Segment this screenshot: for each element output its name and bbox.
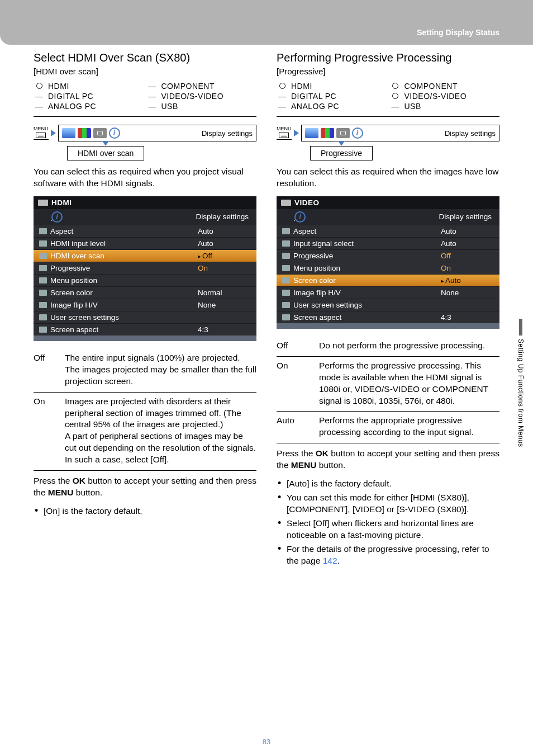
right-definitions: OffDo not perform the progressive proces… xyxy=(277,337,499,443)
bullet-item: [Auto] is the factory default. xyxy=(277,478,499,490)
left-column: Select HDMI Over Scan (SX80) [HDMI over … xyxy=(34,51,256,728)
row-icon xyxy=(282,302,290,308)
osd-row: ProgressiveOn xyxy=(34,262,256,274)
mark-videos xyxy=(147,92,158,101)
osd-row: HDMI over scanOff xyxy=(34,249,256,262)
menu-tabs: i Display settings xyxy=(301,125,500,141)
osd-row: AspectAuto xyxy=(34,225,256,237)
osd-row: Screen colorNormal xyxy=(34,286,256,299)
menu-button-icon: MENU xyxy=(34,126,49,140)
osd-row: Screen colorAuto xyxy=(277,274,499,286)
row-icon xyxy=(39,290,47,296)
mark-digitalpc xyxy=(34,92,45,101)
chevron-right-icon xyxy=(51,130,56,136)
rmark-videos xyxy=(390,92,401,101)
bullet-item: [On] is the factory default. xyxy=(34,505,256,517)
osd-row: ProgressiveOff xyxy=(277,249,499,262)
row-icon xyxy=(39,253,47,259)
osd-row: User screen settings xyxy=(277,299,499,311)
osd-title-bar: HDMI xyxy=(34,196,256,209)
rmark-hdmi xyxy=(277,82,288,91)
bullet-item: Select [Off] when flickers and horizonta… xyxy=(277,518,499,541)
row-icon xyxy=(39,277,47,284)
definition-row: AutoPerforms the appropriate progressive… xyxy=(277,412,499,443)
left-para: You can select this as required when you… xyxy=(34,166,256,190)
left-heading: Select HDMI Over Scan (SX80) xyxy=(34,51,256,64)
right-bullets: [Auto] is the factory default.You can se… xyxy=(277,478,499,566)
right-availability: HDMI COMPONENT DIGITAL PC VIDEO/S-VIDEO … xyxy=(277,82,499,111)
left-accept: Press the OK button to accept your setti… xyxy=(34,475,256,499)
row-icon xyxy=(282,314,290,320)
row-icon xyxy=(39,228,47,234)
name-usb: USB xyxy=(161,102,257,111)
osd-row: Input signal selectAuto xyxy=(277,237,499,249)
osd-row: Image flip H/VNone xyxy=(277,286,499,299)
row-icon xyxy=(39,240,47,247)
osd-row-val: Auto xyxy=(441,227,494,235)
osd-row: Menu positionOn xyxy=(277,262,499,274)
tab-image-icon xyxy=(78,128,91,138)
osd-row-val: Auto xyxy=(198,227,251,235)
right-osd: VIDEO i Display settings AspectAutoInput… xyxy=(277,196,499,329)
osd-row: Image flip H/VNone xyxy=(34,299,256,311)
osd-tabs: i Display settings xyxy=(277,209,499,225)
definition-key: Auto xyxy=(277,415,311,438)
osd-row-key: Image flip H/V xyxy=(293,289,341,297)
osd-row-key: Screen aspect xyxy=(50,325,98,334)
row-icon xyxy=(39,314,47,320)
osd-row-val xyxy=(441,301,494,309)
osd-row-key: Progressive xyxy=(50,264,90,272)
osd-row-key: Menu position xyxy=(293,264,340,272)
left-breadcrumb: MENU i Display settings HDMI over scan xyxy=(34,125,256,160)
page-ref-link[interactable]: 142 xyxy=(323,556,337,565)
tab-image-icon xyxy=(321,128,334,138)
row-icon xyxy=(282,277,290,284)
name-hdmi: HDMI xyxy=(48,82,144,91)
osd-row-key: Aspect xyxy=(50,227,73,235)
definition-key: On xyxy=(34,396,57,466)
name-analogpc: ANALOG PC xyxy=(48,102,144,111)
rmark-usb xyxy=(390,102,401,111)
header-label: Setting Display Status xyxy=(417,28,499,37)
osd-row: Menu position xyxy=(34,274,256,286)
chevron-right-icon xyxy=(294,130,299,136)
row-icon xyxy=(282,240,290,247)
definition-key: Off xyxy=(277,340,311,352)
mark-analogpc xyxy=(34,102,45,111)
rmark-component xyxy=(390,82,401,91)
input-icon xyxy=(281,200,291,206)
left-availability: HDMI COMPONENT DIGITAL PC VIDEO/S-VIDEO … xyxy=(34,82,256,111)
name-videos: VIDEO/S-VIDEO xyxy=(161,92,257,101)
osd-row: AspectAuto xyxy=(277,225,499,237)
rname-usb: USB xyxy=(404,102,500,111)
row-icon xyxy=(282,253,290,259)
bullet-item: For the details of the progressive proce… xyxy=(277,544,499,567)
left-osd: HDMI i Display settings AspectAutoHDMI i… xyxy=(34,196,256,341)
osd-tab-label: Display settings xyxy=(439,212,495,221)
side-tab: Setting Up Functions from Menus xyxy=(515,319,526,509)
osd-row-key: Menu position xyxy=(50,276,97,285)
definition-row: OffDo not perform the progressive proces… xyxy=(277,337,499,357)
definition-val: Images are projected with disorders at t… xyxy=(65,396,256,466)
tab-system-icon xyxy=(336,128,350,138)
osd-row-val: None xyxy=(198,301,251,309)
menu-button-icon: MENU xyxy=(277,126,292,140)
osd-row-val: On xyxy=(198,264,251,272)
name-digitalpc: DIGITAL PC xyxy=(48,92,144,101)
mark-hdmi xyxy=(34,82,45,91)
osd-row-val xyxy=(198,313,251,322)
bullet-item: You can set this mode for either [HDMI (… xyxy=(277,492,499,516)
osd-row-key: HDMI over scan xyxy=(50,252,104,260)
osd-row-val: None xyxy=(441,289,494,297)
osd-row-val: Auto xyxy=(441,239,494,248)
osd-row: Screen aspect4:3 xyxy=(277,311,499,323)
osd-row-key: HDMI input level xyxy=(50,239,106,248)
chevron-down-icon xyxy=(338,141,345,146)
name-component: COMPONENT xyxy=(161,82,257,91)
osd-title: VIDEO xyxy=(294,199,320,207)
breadcrumb-child: HDMI over scan xyxy=(67,146,144,160)
mark-usb xyxy=(147,102,158,111)
osd-row-key: User screen settings xyxy=(50,313,119,322)
osd-title-bar: VIDEO xyxy=(277,196,499,209)
osd-row-key: Progressive xyxy=(293,252,333,260)
